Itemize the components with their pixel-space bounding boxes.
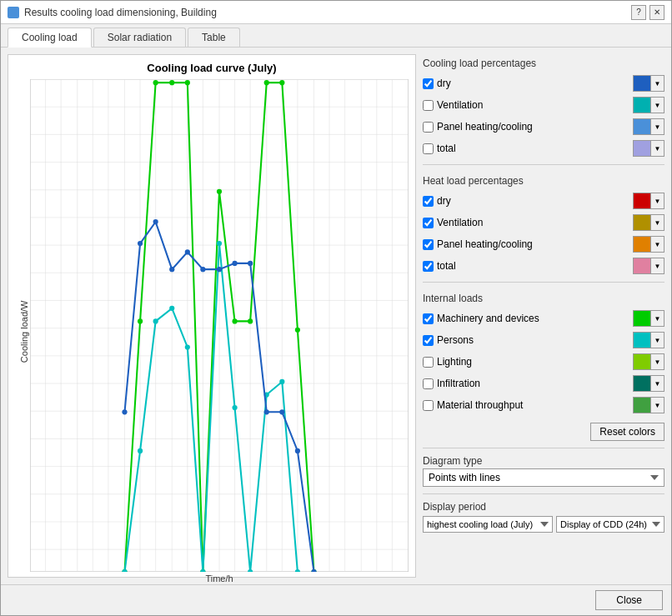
heat-ventilation-label: Ventilation <box>437 217 483 228</box>
internal-loads-section-title: Internal loads <box>423 293 664 304</box>
display-select[interactable]: Display of CDD (24h) Display of HDD (24h… <box>556 516 664 533</box>
heat-dry-color-arrow[interactable]: ▼ <box>651 193 664 209</box>
cooling-total-color-arrow[interactable]: ▼ <box>651 140 664 157</box>
tab-cooling-load[interactable]: Cooling load <box>8 28 92 48</box>
divider-1 <box>423 164 664 165</box>
persons-checkbox[interactable] <box>423 335 434 346</box>
infiltration-label: Infiltration <box>437 378 480 389</box>
svg-point-98 <box>264 409 269 414</box>
cooling-panel-color-box[interactable] <box>633 118 651 135</box>
machinery-checkbox[interactable] <box>423 313 434 324</box>
lighting-label: Lighting <box>437 356 472 368</box>
svg-point-70 <box>217 189 222 194</box>
bottom-bar: Close <box>1 584 671 615</box>
cooling-ventilation-color: ▼ <box>633 97 664 113</box>
cooling-dry-color-arrow[interactable]: ▼ <box>651 75 664 92</box>
heat-panel-color-arrow[interactable]: ▼ <box>651 236 664 253</box>
divider-2 <box>423 282 664 283</box>
heat-ventilation-color-box[interactable] <box>633 214 651 231</box>
cooling-ventilation-color-arrow[interactable]: ▼ <box>651 97 664 113</box>
cooling-total-color-box[interactable] <box>633 140 651 157</box>
cooling-total-checkbox[interactable] <box>423 143 434 154</box>
cooling-panel-color: ▼ <box>633 118 664 135</box>
cooling-total-color: ▼ <box>633 140 664 157</box>
cooling-dry-checkbox[interactable] <box>423 78 434 89</box>
material-color-box[interactable] <box>633 397 651 413</box>
x-axis-label: Time/h <box>30 572 409 583</box>
cooling-ventilation-checkbox[interactable] <box>423 100 434 111</box>
persons-color-box[interactable] <box>633 332 651 348</box>
infiltration-color-box[interactable] <box>633 375 651 392</box>
svg-rect-0 <box>9 8 18 17</box>
svg-point-80 <box>169 306 174 311</box>
persons-color: ▼ <box>633 332 664 348</box>
heat-total-color-box[interactable] <box>633 258 651 274</box>
svg-point-97 <box>248 261 253 266</box>
lighting-checkbox[interactable] <box>423 357 434 368</box>
material-row: Material throughput ▼ <box>423 396 664 414</box>
cooling-dry-label: dry <box>437 78 451 89</box>
infiltration-row: Infiltration ▼ <box>423 374 664 393</box>
cooling-panel-color-arrow[interactable]: ▼ <box>651 118 664 135</box>
svg-point-100 <box>295 448 300 453</box>
heat-dry-color-box[interactable] <box>633 193 651 209</box>
heat-panel-color-box[interactable] <box>633 236 651 253</box>
infiltration-color-arrow[interactable]: ▼ <box>651 375 664 392</box>
lighting-color-box[interactable] <box>633 353 651 370</box>
heat-dry-label: dry <box>437 195 451 207</box>
infiltration-checkbox[interactable] <box>423 378 434 389</box>
diagram-type-title: Diagram type <box>423 455 664 467</box>
app-icon <box>8 7 19 18</box>
cooling-ventilation-color-box[interactable] <box>633 97 651 113</box>
period-select[interactable]: highest cooling load (July) January July <box>423 516 553 533</box>
heat-panel-color: ▼ <box>633 236 664 253</box>
infiltration-color: ▼ <box>633 375 664 392</box>
svg-point-72 <box>248 318 253 323</box>
chart-area: Cooling load curve (July) Cooling load/W <box>8 54 416 578</box>
svg-point-71 <box>232 318 237 323</box>
heat-dry-checkbox[interactable] <box>423 196 434 207</box>
cooling-panel-checkbox[interactable] <box>423 122 434 133</box>
material-checkbox[interactable] <box>423 400 434 411</box>
svg-point-84 <box>232 405 237 410</box>
close-button[interactable]: Close <box>595 590 663 610</box>
help-button[interactable]: ? <box>631 5 646 20</box>
svg-point-65 <box>138 318 143 323</box>
machinery-row: Machinery and devices ▼ <box>423 309 664 328</box>
svg-point-96 <box>232 261 237 266</box>
heat-panel-label: Panel heating/cooling <box>437 238 533 250</box>
diagram-type-select[interactable]: Points with lines Lines Points <box>423 468 664 487</box>
heat-total-color: ▼ <box>633 258 664 274</box>
tab-solar-radiation[interactable]: Solar radiation <box>93 28 186 47</box>
title-bar-left: Results cooling load dimensioning, Build… <box>8 7 217 18</box>
persons-color-arrow[interactable]: ▼ <box>651 332 664 348</box>
reset-colors-button[interactable]: Reset colors <box>590 423 664 441</box>
heat-ventilation-color-arrow[interactable]: ▼ <box>651 214 664 231</box>
close-window-button[interactable]: ✕ <box>649 5 664 20</box>
svg-point-75 <box>295 328 300 333</box>
tab-table[interactable]: Table <box>188 28 240 47</box>
machinery-color-arrow[interactable]: ▼ <box>651 310 664 327</box>
lighting-color-arrow[interactable]: ▼ <box>651 353 664 370</box>
title-bar-controls: ? ✕ <box>631 5 664 20</box>
machinery-color-box[interactable] <box>633 310 651 327</box>
display-period-title: Display period <box>423 501 664 513</box>
machinery-label: Machinery and devices <box>437 313 539 324</box>
main-window: Results cooling load dimensioning, Build… <box>0 0 672 616</box>
heat-ventilation-color: ▼ <box>633 214 664 231</box>
cooling-dry-color-box[interactable] <box>633 75 651 92</box>
cooling-ventilation-row: Ventilation ▼ <box>423 96 664 114</box>
lighting-row: Lighting ▼ <box>423 353 664 371</box>
chart-svg: 8500 8000 7500 7000 6500 6000 5500 5000 … <box>30 79 409 572</box>
heat-ventilation-checkbox[interactable] <box>423 218 434 228</box>
svg-point-95 <box>217 267 222 272</box>
svg-point-78 <box>138 448 143 453</box>
heat-total-checkbox[interactable] <box>423 261 434 272</box>
heat-total-color-arrow[interactable]: ▼ <box>651 258 664 274</box>
cooling-panel-row: Panel heating/cooling ▼ <box>423 118 664 136</box>
material-label: Material throughput <box>437 399 523 411</box>
heat-dry-color: ▼ <box>633 193 664 209</box>
heat-panel-checkbox[interactable] <box>423 239 434 250</box>
material-color-arrow[interactable]: ▼ <box>651 397 664 413</box>
svg-point-92 <box>169 267 174 272</box>
